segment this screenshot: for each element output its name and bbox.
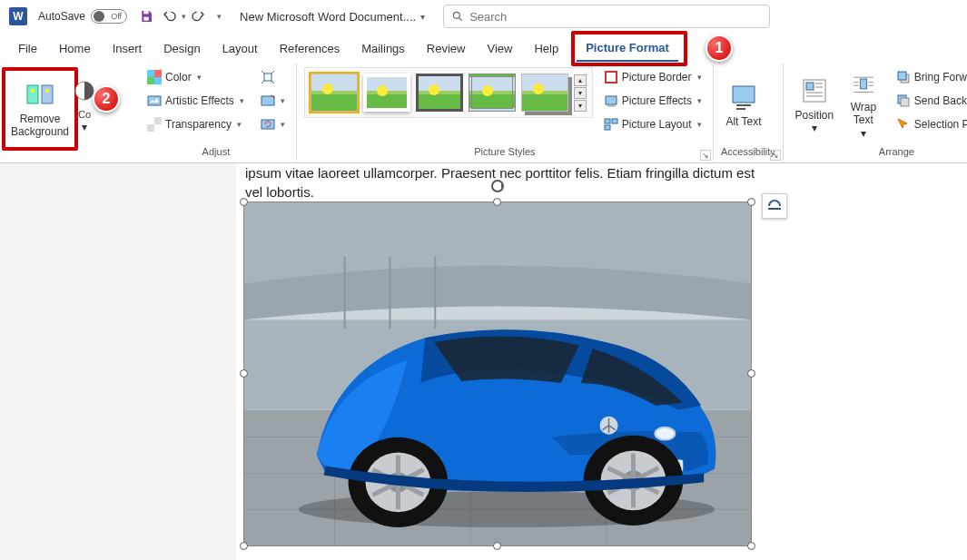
redo-button[interactable] [188,6,208,26]
picture-border-icon [604,70,618,84]
gallery-down-icon[interactable]: ▾ [574,87,587,99]
alt-text-icon [729,83,758,112]
artistic-effects-icon [147,93,162,108]
tab-file[interactable]: File [9,36,46,61]
document-page[interactable]: ipsum vitae laoreet ullamcorper. Praesen… [236,163,967,560]
compress-pictures-button[interactable] [257,67,289,87]
send-backward-button[interactable]: Send Backward▾ [893,91,967,111]
svg-rect-14 [147,117,154,124]
change-picture-icon [261,93,275,108]
color-button[interactable]: Color▾ [143,67,248,87]
inserted-picture[interactable] [244,202,751,545]
dialog-launcher-icon[interactable]: ↘ [700,150,711,161]
layout-options-icon [766,198,783,214]
wrap-text-button[interactable]: Wrap Text▾ [842,67,885,143]
accessibility-group-label: Accessibility [721,146,775,159]
picture-style-thumb[interactable] [363,74,410,112]
gallery-more-icon[interactable]: ▾ [574,100,587,112]
tab-help[interactable]: Help [525,36,567,61]
picture-layout-icon [604,117,618,132]
callout-number-2: 2 [93,85,120,113]
svg-rect-22 [605,119,610,123]
corrections-button[interactable]: Co▾ [76,67,93,143]
gallery-up-icon[interactable]: ▴ [574,74,587,86]
remove-background-icon [25,80,54,109]
picture-style-thumb[interactable] [469,74,516,112]
tab-references[interactable]: References [271,36,349,61]
resize-handle[interactable] [747,198,755,206]
position-icon [800,76,829,105]
alt-text-label: Alt Text [725,115,761,128]
picture-layout-button[interactable]: Picture Layout▾ [600,114,706,134]
tab-picture-format[interactable]: Picture Format [577,35,678,62]
position-label: Position [795,109,834,122]
svg-rect-27 [736,108,745,110]
reset-picture-button[interactable]: ▾ [257,114,289,134]
svg-point-7 [45,89,49,93]
svg-point-2 [453,12,459,18]
autosave-state: Off [111,12,122,21]
remove-background-button[interactable]: Remove Background [5,71,74,147]
tab-review[interactable]: Review [418,36,475,61]
color-icon [147,70,162,84]
picture-border-button[interactable]: Picture Border▾ [600,67,706,87]
word-app-icon: W [9,7,27,25]
tab-insert[interactable]: Insert [104,36,152,61]
autosave-toggle[interactable]: Off [91,9,127,24]
selection-pane-button[interactable]: Selection Pane [893,114,967,134]
picture-styles-gallery[interactable]: ▴ ▾ ▾ [304,67,593,118]
resize-handle[interactable] [493,542,501,550]
resize-handle[interactable] [493,198,501,206]
tab-layout[interactable]: Layout [213,36,267,61]
gallery-scroll[interactable]: ▴ ▾ ▾ [574,74,587,112]
svg-point-59 [655,427,675,440]
svg-point-21 [607,104,616,107]
tab-mailings[interactable]: Mailings [352,36,414,61]
svg-rect-16 [264,74,271,81]
resize-handle[interactable] [747,369,755,378]
tab-design[interactable]: Design [154,36,209,61]
layout-options-button[interactable] [762,193,787,219]
search-box[interactable] [443,5,770,28]
resize-handle[interactable] [747,542,755,550]
document-area: ipsum vitae laoreet ullamcorper. Praesen… [0,163,967,560]
callout-highlight-picture-format: Picture Format [571,31,687,66]
undo-button[interactable] [160,6,180,26]
svg-rect-10 [154,70,162,77]
document-title[interactable]: New Microsoft Word Document.... ▾ [240,10,425,24]
transparency-icon [147,117,162,132]
callout-highlight-remove-bg: Remove Background [2,67,78,151]
picture-styles-group-label: Picture Styles [304,146,706,159]
svg-rect-1 [143,17,148,21]
svg-rect-24 [605,125,610,130]
picture-style-thumb[interactable] [311,74,358,112]
chevron-down-icon: ▾ [420,12,425,22]
svg-point-6 [31,89,35,93]
save-button[interactable] [136,6,156,26]
adjust-group-label: Adjust [143,146,289,159]
resize-handle[interactable] [240,369,248,378]
position-button[interactable]: Position▾ [791,67,838,143]
tab-view[interactable]: View [478,36,521,61]
change-picture-button[interactable]: ▾ [257,91,289,111]
send-backward-icon [896,93,911,108]
artistic-effects-button[interactable]: Artistic Effects▾ [143,91,248,111]
autosave-label: AutoSave [38,10,85,23]
page-margin [0,163,236,560]
svg-rect-25 [733,86,755,103]
picture-selection-frame[interactable] [243,201,752,546]
dialog-launcher-icon[interactable]: ↘ [770,150,781,161]
wrap-text-icon [849,71,878,97]
resize-handle[interactable] [240,198,248,206]
picture-style-thumb[interactable] [416,74,463,112]
alt-text-button[interactable]: Alt Text [721,67,766,143]
transparency-button[interactable]: Transparency▾ [143,114,248,134]
tab-home[interactable]: Home [50,36,100,61]
bring-forward-icon [896,70,911,84]
bring-forward-button[interactable]: Bring Forward▾ [893,67,967,87]
picture-effects-button[interactable]: Picture Effects▾ [600,91,706,111]
search-input[interactable] [469,10,762,24]
picture-style-thumb[interactable] [521,74,568,112]
resize-handle[interactable] [240,542,248,550]
rotate-handle[interactable] [490,179,505,193]
